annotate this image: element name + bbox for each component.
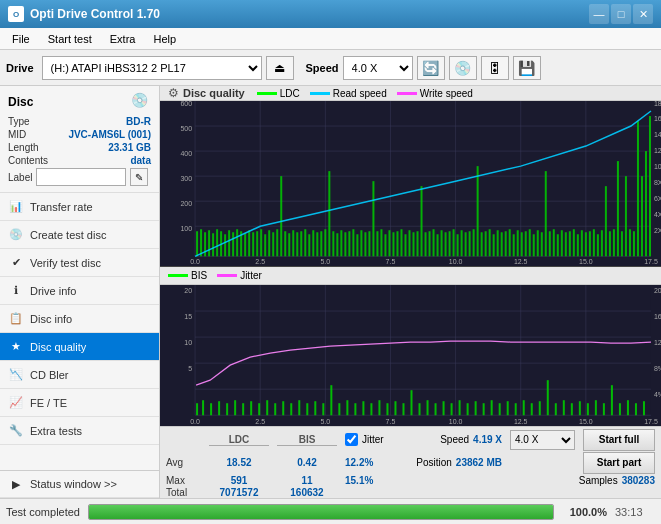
svg-rect-237 xyxy=(643,402,645,416)
speed-label: Speed xyxy=(440,434,469,445)
max-bis: 11 xyxy=(277,475,337,486)
svg-rect-105 xyxy=(469,231,471,256)
sidebar-item-cd-bler[interactable]: 📉 CD Bler xyxy=(0,361,159,389)
svg-rect-221 xyxy=(515,404,517,416)
avg-jitter: 12.2% xyxy=(345,457,408,468)
svg-rect-219 xyxy=(499,404,501,416)
maximize-button[interactable]: □ xyxy=(611,4,631,24)
svg-text:2.5: 2.5 xyxy=(255,258,265,265)
svg-rect-71 xyxy=(332,231,334,256)
sidebar-item-create-test-disc[interactable]: 💿 Create test disc xyxy=(0,221,159,249)
svg-rect-199 xyxy=(338,404,340,416)
bottom-chart: BIS Jitter xyxy=(160,266,661,425)
sidebar-item-verify-test-disc[interactable]: ✔ Verify test disc xyxy=(0,249,159,277)
disc-panel: Disc 💿 Type BD-R MID JVC-AMS6L (001) Len… xyxy=(0,86,159,193)
svg-rect-113 xyxy=(501,232,503,256)
avg-jitter-value: 12.2% xyxy=(345,457,373,468)
svg-rect-62 xyxy=(296,232,298,256)
svg-text:6X: 6X xyxy=(654,195,661,202)
jitter-checkbox[interactable] xyxy=(345,433,358,446)
start-part-button[interactable]: Start part xyxy=(583,452,655,474)
top-chart: 600 500 400 300 200 100 18X 16X 14X 12X … xyxy=(160,101,661,266)
svg-rect-151 xyxy=(195,285,651,415)
max-ldc: 591 xyxy=(209,475,269,486)
close-button[interactable]: ✕ xyxy=(633,4,653,24)
burn-button[interactable]: 💿 xyxy=(449,56,477,80)
svg-text:16X: 16X xyxy=(654,115,661,122)
svg-rect-183 xyxy=(210,404,212,416)
svg-rect-127 xyxy=(557,234,559,256)
svg-rect-98 xyxy=(441,230,443,256)
contents-label: Contents xyxy=(8,155,48,166)
svg-text:4X: 4X xyxy=(654,211,661,218)
svg-text:12.5: 12.5 xyxy=(514,258,528,265)
svg-rect-68 xyxy=(320,231,322,256)
svg-text:5: 5 xyxy=(188,365,192,372)
svg-rect-145 xyxy=(629,229,631,256)
svg-rect-38 xyxy=(200,229,202,256)
sidebar-item-extra-tests[interactable]: 🔧 Extra tests xyxy=(0,417,159,445)
sidebar-item-status-window[interactable]: ▶ Status window >> xyxy=(0,470,159,498)
svg-rect-189 xyxy=(258,404,260,416)
menu-extra[interactable]: Extra xyxy=(102,31,144,47)
stats-header-row: LDC BIS Jitter Speed 4.19 X 4.0 X Start xyxy=(166,429,655,451)
menu-file[interactable]: File xyxy=(4,31,38,47)
speed-selector[interactable]: 4.0 X 1.0 X 2.0 X 8.0 X xyxy=(343,56,413,80)
chart-gear-icon[interactable]: ⚙ xyxy=(168,86,179,100)
svg-rect-116 xyxy=(513,234,515,256)
minimize-button[interactable]: — xyxy=(589,4,609,24)
svg-rect-217 xyxy=(483,404,485,416)
sidebar-item-disc-info[interactable]: 📋 Disc info xyxy=(0,305,159,333)
svg-rect-150 xyxy=(649,116,651,256)
fe-te-icon: 📈 xyxy=(8,395,24,411)
svg-rect-195 xyxy=(306,404,308,416)
svg-rect-227 xyxy=(563,401,565,416)
svg-rect-114 xyxy=(505,231,507,256)
total-label: Total xyxy=(166,487,201,498)
svg-rect-58 xyxy=(280,176,282,256)
disc-contents-row: Contents data xyxy=(8,155,151,166)
sidebar-item-drive-info[interactable]: ℹ Drive info xyxy=(0,277,159,305)
svg-rect-102 xyxy=(457,234,459,256)
refresh-button[interactable]: 🔄 xyxy=(417,56,445,80)
svg-rect-52 xyxy=(256,231,258,256)
menubar: File Start test Extra Help xyxy=(0,28,661,50)
sidebar-label-transfer-rate: Transfer rate xyxy=(30,201,93,213)
max-jitter: 15.1% xyxy=(345,475,571,486)
svg-text:15.0: 15.0 xyxy=(579,419,593,426)
svg-text:2X: 2X xyxy=(654,227,661,234)
svg-rect-123 xyxy=(541,232,543,256)
svg-rect-103 xyxy=(461,230,463,256)
svg-rect-121 xyxy=(533,234,535,256)
sidebar-item-fe-te[interactable]: 📈 FE / TE xyxy=(0,389,159,417)
settings-button[interactable]: 🎛 xyxy=(481,56,509,80)
speed-select-stats[interactable]: 4.0 X xyxy=(510,430,575,450)
svg-text:12X: 12X xyxy=(654,147,661,154)
svg-text:7.5: 7.5 xyxy=(386,419,396,426)
sidebar-item-disc-quality[interactable]: ★ Disc quality xyxy=(0,333,159,361)
drive-selector[interactable]: (H:) ATAPI iHBS312 2 PL17 xyxy=(42,56,262,80)
svg-rect-220 xyxy=(507,402,509,416)
svg-rect-60 xyxy=(288,233,290,256)
eject-button[interactable]: ⏏ xyxy=(266,56,294,80)
progress-time: 33:13 xyxy=(615,506,655,518)
sidebar-item-transfer-rate[interactable]: 📊 Transfer rate xyxy=(0,193,159,221)
save-button[interactable]: 💾 xyxy=(513,56,541,80)
start-full-button[interactable]: Start full xyxy=(583,429,655,451)
max-jitter-value: 15.1% xyxy=(345,475,373,486)
svg-text:16%: 16% xyxy=(654,313,661,320)
main-layout: Disc 💿 Type BD-R MID JVC-AMS6L (001) Len… xyxy=(0,86,661,498)
svg-rect-106 xyxy=(473,229,475,256)
avg-ldc-value: 18.52 xyxy=(226,457,251,468)
max-bis-value: 11 xyxy=(301,475,312,486)
max-label: Max xyxy=(166,475,201,486)
contents-value: data xyxy=(130,155,151,166)
svg-rect-101 xyxy=(453,229,455,256)
menu-help[interactable]: Help xyxy=(145,31,184,47)
disc-label-input[interactable] xyxy=(36,168,126,186)
svg-rect-222 xyxy=(523,401,525,416)
menu-start-test[interactable]: Start test xyxy=(40,31,100,47)
max-ldc-value: 591 xyxy=(231,475,248,486)
disc-label-edit-button[interactable]: ✎ xyxy=(130,168,148,186)
svg-rect-129 xyxy=(565,232,567,256)
